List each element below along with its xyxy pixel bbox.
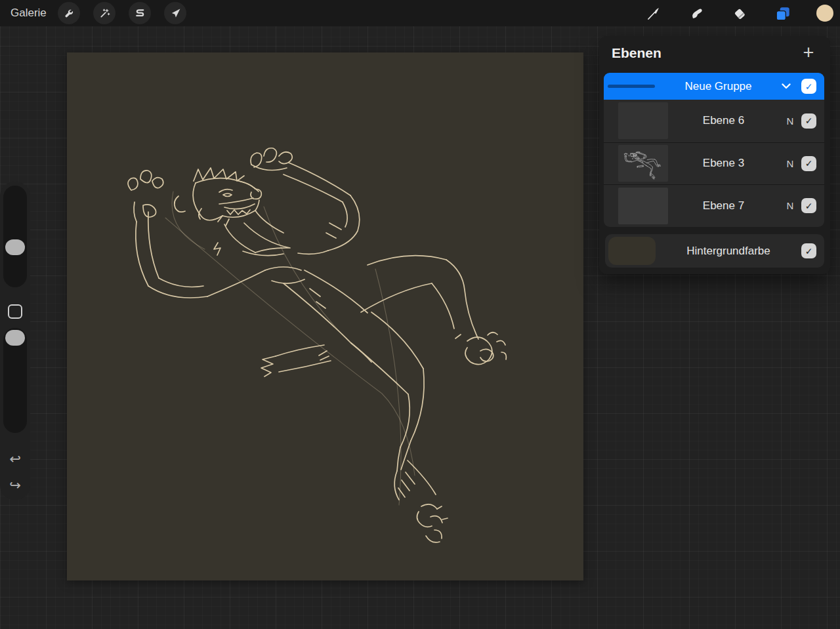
actions-button[interactable]	[58, 2, 80, 24]
layer-visibility-checkbox[interactable]: ✓	[801, 198, 816, 213]
blend-mode-badge[interactable]: N	[779, 200, 801, 211]
smudge-tool-button[interactable]	[688, 5, 705, 22]
opacity-handle[interactable]	[5, 330, 25, 346]
undo-icon: ↩	[9, 451, 21, 467]
sidebar-toolbar: ↩ ↪	[0, 182, 30, 500]
layer-group-row-selected[interactable]: Neue Gruppe ✓	[604, 73, 824, 100]
adjustments-button[interactable]	[93, 2, 116, 24]
layer-name: Ebene 7	[668, 199, 779, 213]
brush-size-handle[interactable]	[5, 239, 25, 255]
background-row-label: Hintergrundfarbe	[656, 245, 801, 258]
gallery-button[interactable]: Galerie	[10, 0, 47, 26]
layers-tool-button[interactable]	[774, 5, 791, 22]
redo-button[interactable]: ↪	[0, 474, 30, 497]
brush-icon	[646, 6, 662, 22]
redo-icon: ↪	[9, 477, 21, 493]
layer-list: Ebene 6 N ✓ Ebene 3 N ✓ Ebene 7 N ✓	[604, 100, 824, 227]
background-color-swatch[interactable]	[608, 237, 656, 265]
group-name: Neue Gruppe	[655, 80, 782, 93]
eraser-tool-button[interactable]	[731, 5, 748, 22]
selection-s-icon	[134, 7, 146, 20]
layer-thumbnail	[618, 102, 668, 139]
layer-name: Ebene 3	[668, 157, 779, 170]
layer-thumbnail	[618, 188, 668, 224]
transform-arrow-icon	[169, 7, 182, 20]
layers-panel: Ebenen + Neue Gruppe ✓ Ebene 6 N ✓ Ebene…	[599, 36, 830, 274]
canvas[interactable]	[67, 52, 583, 580]
modify-button[interactable]	[8, 304, 22, 319]
layer-row[interactable]: Ebene 3 N ✓	[604, 142, 824, 185]
layers-icon	[774, 5, 791, 22]
selection-button[interactable]	[129, 2, 151, 24]
layer-visibility-checkbox[interactable]: ✓	[801, 156, 816, 171]
top-toolbar: Galerie	[0, 0, 840, 26]
group-thumbnail-line	[608, 85, 655, 88]
background-color-row[interactable]: Hintergrundfarbe ✓	[605, 234, 824, 268]
undo-button[interactable]: ↩	[0, 448, 30, 470]
layer-thumbnail-sketch	[618, 145, 668, 182]
blend-mode-badge[interactable]: N	[779, 158, 801, 169]
smudge-icon	[689, 6, 705, 22]
magic-wand-icon	[98, 7, 111, 20]
panel-title: Ebenen	[612, 45, 662, 61]
brush-size-slider[interactable]	[3, 186, 27, 287]
add-layer-button[interactable]: +	[797, 41, 820, 64]
layer-visibility-checkbox[interactable]: ✓	[801, 113, 816, 129]
wrench-icon	[63, 7, 75, 20]
transform-button[interactable]	[164, 2, 186, 24]
blend-mode-badge[interactable]: N	[779, 115, 801, 127]
character-sketch	[67, 52, 583, 580]
layers-panel-header: Ebenen +	[599, 36, 830, 72]
background-visibility-checkbox[interactable]: ✓	[801, 243, 816, 258]
layer-name: Ebene 6	[668, 114, 779, 127]
layer-row[interactable]: Ebene 7 N ✓	[604, 184, 824, 227]
layer-row[interactable]: Ebene 6 N ✓	[604, 100, 824, 142]
color-swatch[interactable]	[816, 5, 833, 22]
brush-tool-button[interactable]	[645, 5, 662, 22]
chevron-down-icon[interactable]	[782, 83, 791, 89]
eraser-icon	[732, 6, 747, 22]
group-visibility-checkbox[interactable]: ✓	[801, 79, 816, 94]
